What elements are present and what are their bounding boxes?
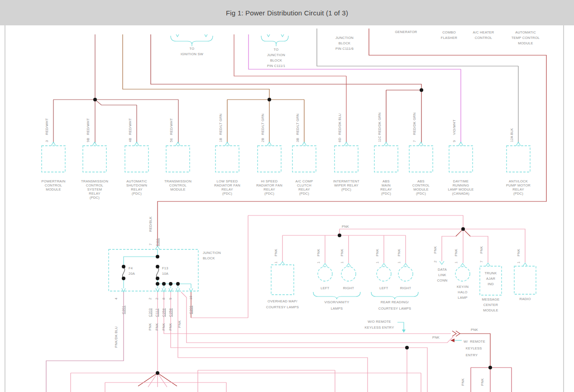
- label-radio: RADIO: [519, 297, 531, 301]
- wire-name-reddkgrn-1: RED/DK GRN: [378, 112, 382, 135]
- conn-c112: C112: [155, 309, 159, 317]
- pin-asd-relay: 4B: [128, 138, 132, 142]
- pin-rear-r: 1: [397, 262, 401, 263]
- fuse-f13: [156, 268, 158, 278]
- label-transmission-control-system-relay: TRANSMISSION CONTROL SYSTEM RELAY (PDC): [81, 179, 108, 200]
- label-to-ignition-sw: TO IGNITION SW: [181, 46, 203, 57]
- wire-name-pnk-rear-r: PNK: [397, 249, 401, 256]
- conn-c111: C111: [155, 238, 159, 246]
- wire-name-pnk-c258-8: PNK: [162, 323, 166, 330]
- wire-pnk-dk-blu-c201: [46, 292, 124, 392]
- label-antilock-pump-motor-relay: ANTI/LOCK PUMP MOTOR RELAY (PDC): [506, 179, 531, 196]
- wire-name-pnk-c258-9: PNK: [168, 323, 172, 330]
- label-rear-left: LEFT: [379, 286, 388, 290]
- label-automatic-temp-control-module: AUTOMATIC TEMP CONTROL MODULE: [512, 30, 540, 46]
- label-fuse-f13: F13: [162, 266, 168, 270]
- junction-dots: [93, 88, 492, 375]
- pin-wiper: 6D: [338, 138, 342, 142]
- conn-c200: C200: [189, 306, 193, 314]
- component-entry-arrows: [51, 142, 521, 146]
- label-hi-speed-radiator-fan-relay: HI SPEED RADIATOR FAN RELAY (PDC): [256, 179, 282, 196]
- lamp-group-braces: [313, 292, 418, 299]
- label-key-in-halo-lamp: KEY/IN HALO LAMP: [457, 284, 469, 301]
- wire-name-pnk-datalink: PNK: [433, 246, 437, 253]
- label-rear-reading-courtesy-lamps: REAR READING/ COURTESY LAMPS: [378, 299, 411, 312]
- pin-overhead: 1: [274, 262, 278, 263]
- wire-name-pnk-c203: PNK: [148, 323, 152, 330]
- brace-to-ignition-sw: [171, 34, 213, 46]
- pin-exit-c258-9: 9: [168, 298, 172, 300]
- diagram-canvas: TO IGNITION SWTO JUNCTION BLOCK PIN C111…: [0, 0, 574, 392]
- conn-c201: C201: [121, 306, 125, 314]
- wire-name-redltgrn-1: RED/LT GRN: [219, 114, 223, 135]
- pin-keyin: 1: [454, 262, 458, 263]
- label-ac-heater-control: A/C HEATER CONTROL: [473, 30, 494, 41]
- label-powertrain-control-module: POWERTRAIN CONTROL MODULE: [41, 179, 65, 191]
- wire-name-redblk: RED/BLK: [148, 216, 153, 232]
- wire-name-redwht-2: RED/WHT: [86, 118, 90, 135]
- wire-pnk-lamp-bus: [248, 215, 525, 263]
- label-w-remote-keyless-entry: W/ REMOTE KEYLESS ENTRY: [464, 338, 485, 359]
- wire-name-pnk-bottom-1: PNK: [461, 378, 465, 386]
- wire-name-pnk-bottom-2: PNK: [480, 378, 484, 386]
- label-wo-remote-keyless-entry: W/O REMOTE KEYLESS ENTRY: [365, 319, 394, 330]
- wire-bus-red-blk-loop: [158, 29, 546, 246]
- label-junction-block-pin-c111-6: JUNCTION BLOCK PIN C111/6: [335, 35, 354, 52]
- label-message-center-module: MESSAGE CENTER MODULE: [482, 297, 500, 313]
- label-transmission-control-module: TRANSMISSION CONTROL MODULE: [164, 179, 191, 191]
- label-fuse-f4-rating: 20A: [129, 272, 135, 276]
- wire-name-pnk-keyless: PNK: [432, 335, 440, 339]
- brace-to-junction-block: [261, 34, 288, 46]
- wire-name-pnk-message: PNK: [479, 246, 483, 253]
- wire-bus-red-dk-blu: [234, 34, 346, 143]
- fuse-f4: [122, 268, 124, 278]
- wo-remote-arrowhead: [402, 330, 406, 333]
- label-fuse-f4: F4: [129, 266, 133, 270]
- wire-name-pnk-after-connector: PNK: [471, 328, 478, 332]
- label-visor-right: RIGHT: [343, 286, 354, 290]
- conn-c258-8: C258: [162, 308, 166, 317]
- pin-datalink: 2: [433, 261, 437, 263]
- pin-exit-c200: 10: [189, 296, 193, 300]
- wire-name-pnk-rear-l: PNK: [375, 249, 379, 256]
- wo-remote-pointer: [397, 322, 404, 330]
- wire-name-pnk-radio: PNK: [517, 249, 521, 256]
- pin-exit-c203: 2: [148, 298, 152, 300]
- label-automatic-shutdown-relay: AUTOMATIC SHUTDOWN RELAY (PDC): [126, 179, 147, 196]
- pin-message: 7: [479, 261, 483, 263]
- wire-name-reddkgrn-2: RED/DK GRN: [412, 112, 416, 135]
- pin-radio: 1: [517, 262, 521, 263]
- label-overhead-map-courtesy-lamps: OVERHEAD MAP/ COURTESY LAMPS: [266, 298, 299, 310]
- pin-hi-fan: 2B: [261, 138, 265, 142]
- wire-name-pnk-keyin: PNK: [454, 249, 458, 256]
- wire-bottom-boxes: [105, 370, 335, 392]
- label-combo-flasher: COMBO FLASHER: [441, 30, 457, 41]
- label-daytime-running-lamp-module: DAYTIME RUNNING LAMP MODULE (CANADA): [448, 179, 474, 196]
- label-generator: GENERATOR: [395, 30, 417, 34]
- label-junction-block: JUNCTION BLOCK: [203, 250, 221, 261]
- wire-pnk-c200-branch: [191, 215, 248, 318]
- conn-c203: C203: [148, 308, 152, 317]
- page-border: [5, 25, 564, 392]
- pin-tcm: 56: [169, 138, 173, 142]
- label-trunk-ajar-ind: TRUNK AJAR IND: [484, 271, 497, 287]
- component-boxes: [42, 146, 530, 172]
- wire-name-pnk-visor-r: PNK: [340, 249, 344, 256]
- pin-trans-relay: 9B: [86, 138, 90, 142]
- wire-name-reddkblu: RED/DK BLU: [338, 113, 342, 135]
- wire-name-redwht-1: RED/WHT: [45, 118, 49, 135]
- wire-bottom-right-group: [471, 368, 512, 392]
- label-low-speed-radiator-fan-relay: LOW SPEED RADIATOR FAN RELAY (PDC): [214, 179, 240, 196]
- wire-name-redwht-4: RED/WHT: [169, 118, 173, 135]
- pin-powertrain: 3: [45, 140, 49, 142]
- label-fuse-f13-rating: 10A: [162, 272, 168, 276]
- conn-c258-9: C258: [168, 308, 172, 317]
- wire-name-redltgrn-2: RED/LT GRN: [261, 114, 265, 135]
- wiring-diagram-page: Fig 1: Power Distribution Circuit (1 of …: [0, 0, 574, 392]
- wire-name-viowht: VIO/WHT: [452, 120, 456, 135]
- pin-antilock: 12A: [510, 136, 514, 142]
- wire-name-pnkdkblu: PNK/DK BLU: [114, 326, 118, 348]
- pin-abs-ctrl: 7: [412, 140, 416, 142]
- pin-visor-l: 1: [316, 262, 320, 263]
- wire-bus-red-wht: [53, 34, 178, 143]
